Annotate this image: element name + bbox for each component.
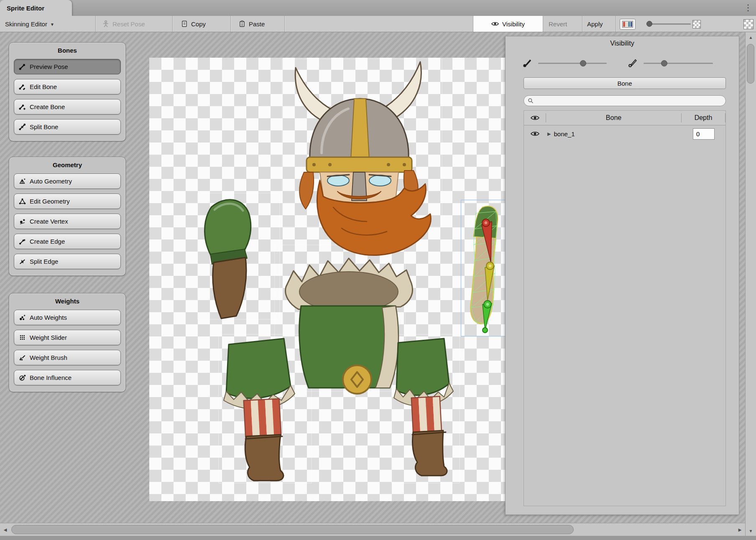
scroll-up-button[interactable]: ▲ — [746, 32, 756, 42]
alpha-checker-icon — [692, 20, 701, 28]
dropdown-arrow-icon: ▼ — [50, 22, 54, 27]
auto-geometry-button[interactable]: Auto Geometry — [14, 173, 121, 189]
paste-button[interactable]: Paste — [238, 16, 265, 32]
preview-pose-button[interactable]: Preview Pose — [14, 59, 121, 74]
glove-sprite[interactable] — [204, 200, 250, 318]
create-vertex-icon — [18, 218, 26, 225]
copy-icon — [181, 20, 188, 28]
button-label: Weight Brush — [30, 354, 67, 361]
column-divider — [725, 113, 725, 122]
scroll-down-button[interactable]: ▼ — [746, 526, 756, 536]
head-sprite[interactable] — [295, 62, 431, 255]
transparency-checker-icon — [743, 19, 753, 29]
selected-arm-sprite[interactable] — [461, 200, 506, 336]
horizontal-scrollbar[interactable]: ◀ ▶ — [0, 523, 745, 536]
alpha-slider-track[interactable] — [651, 23, 691, 25]
geometry-panel: Geometry Auto Geometry Edit Geometry C — [9, 157, 126, 276]
disclosure-triangle-icon[interactable]: ▶ — [547, 131, 551, 137]
visibility-panel-title: Visibility — [506, 40, 739, 47]
copy-label: Copy — [191, 20, 206, 28]
bone-column-header: Bone — [546, 114, 681, 122]
bone-list-header: Bone Depth — [524, 111, 725, 125]
tab-title: Sprite Editor — [7, 5, 44, 12]
split-bone-icon — [18, 123, 26, 131]
scroll-left-button[interactable]: ◀ — [0, 523, 10, 536]
transparency-toggle-button[interactable] — [743, 19, 753, 29]
search-icon — [528, 98, 534, 104]
visibility-toggle[interactable]: Visibility — [473, 16, 543, 32]
skinning-editor-dropdown[interactable]: Skinning Editor ▼ — [5, 16, 54, 32]
window-bottom-edge — [0, 536, 756, 540]
weight-slider-button[interactable]: Weight Slider — [14, 330, 121, 345]
bone-filter-label: Bone — [617, 80, 632, 87]
create-vertex-button[interactable]: Create Vertex — [14, 214, 121, 229]
visibility-column-header[interactable] — [524, 115, 546, 121]
bone-opacity-slider[interactable] — [538, 63, 607, 64]
weights-panel: Weights Auto Weights Weight Slider Wei — [9, 293, 126, 392]
window-menu-button[interactable]: ⋮ — [744, 3, 752, 13]
eye-icon — [491, 20, 499, 28]
toolbar: Skinning Editor ▼ Reset Pose Copy — [0, 16, 756, 32]
bone-influence-icon — [18, 374, 26, 382]
auto-geometry-icon — [18, 178, 26, 185]
left-leg-sprite[interactable] — [224, 339, 295, 481]
reset-pose-button[interactable]: Reset Pose — [102, 16, 145, 32]
bone-search-field[interactable] — [524, 95, 726, 106]
sprite-alpha-slider[interactable] — [646, 16, 701, 32]
create-bone-button[interactable]: Create Bone — [14, 99, 121, 115]
toolbar-separator — [230, 16, 231, 32]
button-label: Create Bone — [30, 103, 65, 110]
button-label: Bone Influence — [30, 374, 72, 381]
skinning-editor-label: Skinning Editor — [5, 20, 47, 28]
copy-button[interactable]: Copy — [181, 16, 206, 32]
reset-pose-label: Reset Pose — [112, 20, 145, 28]
toolbar-separator — [616, 16, 616, 32]
split-edge-icon — [18, 258, 26, 265]
revert-button[interactable]: Revert — [549, 16, 567, 32]
split-edge-button[interactable]: Split Edge — [14, 254, 121, 269]
button-label: Split Bone — [30, 123, 58, 130]
sprite-sheet-color-button[interactable] — [620, 19, 636, 30]
paste-label: Paste — [249, 20, 265, 28]
bone-influence-button[interactable]: Bone Influence — [14, 370, 121, 385]
search-input[interactable] — [536, 96, 721, 105]
mesh-opacity-slider[interactable] — [644, 63, 713, 64]
bone-gizmo-opacity-icon — [522, 58, 532, 68]
vertical-scrollbar[interactable]: ▲ ▼ — [745, 32, 756, 536]
create-edge-icon — [18, 238, 26, 245]
scroll-right-button[interactable]: ▶ — [735, 523, 745, 536]
right-leg-sprite[interactable] — [394, 339, 453, 476]
toolbar-separator — [582, 16, 582, 32]
row-visibility-toggle[interactable] — [524, 131, 546, 137]
bones-panel: Bones Preview Pose Edit Bone — [9, 42, 126, 141]
sprite-editor-tab[interactable]: Sprite Editor — [0, 0, 72, 16]
edit-bone-button[interactable]: Edit Bone — [14, 79, 121, 94]
weight-slider-icon — [18, 334, 26, 341]
mesh-opacity-slider-thumb[interactable] — [661, 60, 667, 66]
split-bone-button[interactable]: Split Bone — [14, 119, 121, 135]
geometry-panel-title: Geometry — [14, 161, 121, 168]
sprite-sheet-area[interactable] — [149, 58, 506, 501]
button-label: Auto Weights — [30, 314, 67, 321]
depth-input[interactable] — [693, 128, 715, 140]
button-label: Preview Pose — [30, 63, 68, 70]
button-label: Create Edge — [30, 238, 65, 245]
bone-filter-button[interactable]: Bone — [524, 77, 726, 89]
color-swatch-icon — [622, 21, 633, 28]
alpha-slider-thumb[interactable] — [646, 21, 652, 27]
bone-list-row[interactable]: ▶ bone_1 — [524, 125, 725, 142]
apply-button[interactable]: Apply — [587, 16, 603, 32]
vertical-scrollbar-thumb[interactable] — [747, 44, 754, 84]
revert-label: Revert — [549, 20, 567, 28]
weight-brush-button[interactable]: Weight Brush — [14, 350, 121, 365]
mesh-opacity-icon — [628, 58, 638, 68]
edit-geometry-icon — [18, 198, 26, 205]
toolbar-separator — [172, 16, 173, 32]
horizontal-scrollbar-thumb[interactable] — [11, 525, 574, 534]
edit-geometry-button[interactable]: Edit Geometry — [14, 194, 121, 209]
torso-sprite[interactable] — [286, 258, 413, 394]
bone-opacity-slider-thumb[interactable] — [580, 60, 586, 66]
create-edge-button[interactable]: Create Edge — [14, 234, 121, 249]
bones-panel-title: Bones — [14, 47, 121, 54]
auto-weights-button[interactable]: Auto Weights — [14, 310, 121, 325]
